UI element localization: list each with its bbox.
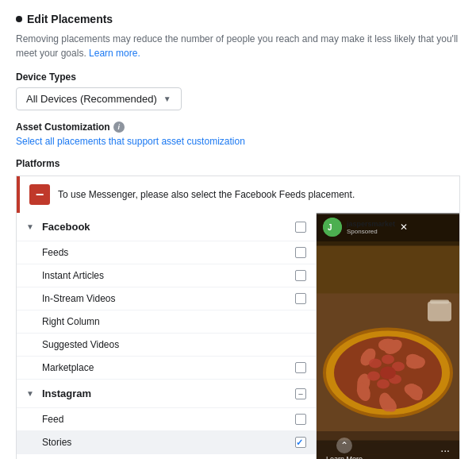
platforms-content: ▼ Facebook Feeds Instant Articles In-Str… <box>16 213 460 459</box>
learn-more-link[interactable]: Learn more. <box>89 48 140 59</box>
svg-point-19 <box>377 380 390 389</box>
instagram-feed-checkbox[interactable] <box>295 414 306 425</box>
more-options-icon[interactable]: ··· <box>440 444 450 457</box>
facebook-label: Facebook <box>42 221 290 233</box>
preview-footer: ⌃ Learn More ··· <box>317 431 459 459</box>
list-item: Suggested Videos <box>17 334 316 357</box>
preview-panel: J jaspersmarket Sponsored ✕ ⌃ Learn More… <box>317 213 459 459</box>
bullet-icon <box>16 16 22 22</box>
warning-icon: − <box>29 184 50 205</box>
instagram-stories-checkbox[interactable]: ✓ <box>295 437 306 448</box>
edit-placements-container: Edit Placements Removing placements may … <box>0 0 476 459</box>
list-item: Feeds <box>17 241 316 264</box>
facebook-section-header: ▼ Facebook <box>17 213 316 241</box>
chevron-up-icon: ⌃ <box>336 438 352 453</box>
list-item: In-Stream Videos <box>17 287 316 310</box>
warning-banner: − To use Messenger, please also select t… <box>16 176 460 213</box>
svg-point-16 <box>382 355 394 364</box>
list-item: Instant Articles <box>17 264 316 287</box>
info-icon[interactable]: i <box>113 122 125 133</box>
instagram-label: Instagram <box>42 388 290 399</box>
instagram-chevron-icon: ▼ <box>26 389 34 398</box>
section-title-text: Edit Placements <box>27 13 113 25</box>
warning-text: To use Messenger, please also select the… <box>58 189 355 200</box>
food-preview-image <box>317 213 459 459</box>
platforms-label: Platforms <box>16 158 460 169</box>
instream-videos-checkbox[interactable] <box>295 293 306 304</box>
list-item: Right Column <box>17 310 316 334</box>
feeds-checkbox[interactable] <box>295 247 306 258</box>
instagram-checkbox[interactable]: − <box>295 388 306 399</box>
learn-more-button[interactable]: ⌃ Learn More <box>326 438 363 459</box>
list-item: Marketplace <box>17 357 316 380</box>
device-types-label: Device Types <box>16 71 460 83</box>
asset-customization-label: Asset Customization i <box>16 122 460 133</box>
chevron-down-icon: ▼ <box>163 94 171 103</box>
svg-point-21 <box>369 359 382 368</box>
svg-point-20 <box>367 372 380 381</box>
preview-user-info: jaspersmarket Sponsored <box>347 220 395 235</box>
svg-rect-23 <box>428 302 451 322</box>
device-types-value: All Devices (Recommended) <box>26 93 157 105</box>
device-types-dropdown[interactable]: All Devices (Recommended) ▼ <box>16 87 182 110</box>
preview-username: jaspersmarket <box>347 220 395 228</box>
svg-text:J: J <box>328 223 332 232</box>
preview-header: J jaspersmarket Sponsored ✕ <box>317 213 459 241</box>
facebook-chevron-icon: ▼ <box>26 222 34 231</box>
close-icon[interactable]: ✕ <box>400 222 408 233</box>
warning-content: − To use Messenger, please also select t… <box>20 176 459 213</box>
svg-point-22 <box>380 367 396 380</box>
svg-rect-24 <box>430 300 449 304</box>
asset-customization-link[interactable]: Select all placements that support asset… <box>16 136 460 147</box>
facebook-checkbox[interactable] <box>295 222 306 233</box>
avatar: J <box>323 218 342 237</box>
description-text: Removing placements may reduce the numbe… <box>16 32 460 60</box>
list-item: Stories ✓ <box>17 431 316 454</box>
marketplace-checkbox[interactable] <box>295 362 306 373</box>
svg-point-29 <box>323 218 342 237</box>
instagram-section-header: ▼ Instagram − <box>17 380 316 408</box>
preview-sponsored: Sponsored <box>347 228 395 235</box>
section-header: Edit Placements <box>16 13 460 25</box>
list-item: Feed <box>17 408 316 431</box>
instant-articles-checkbox[interactable] <box>295 270 306 281</box>
platforms-tree: ▼ Facebook Feeds Instant Articles In-Str… <box>17 213 317 459</box>
